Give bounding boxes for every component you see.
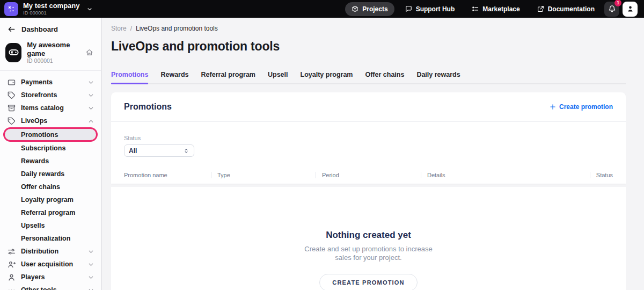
table-column-header: Status	[590, 172, 613, 178]
sliders-icon	[8, 248, 16, 256]
tab-label: Loyalty program	[301, 71, 353, 78]
tab-promotions[interactable]: Promotions	[111, 71, 148, 83]
topbar-nav-documentation[interactable]: Documentation	[531, 2, 601, 16]
sidebar-item-label: LiveOps	[21, 117, 47, 125]
status-filter-select[interactable]: All	[124, 144, 194, 157]
table-column-header: Type	[211, 172, 316, 178]
chevron-down-icon	[87, 261, 94, 268]
tab-rewards[interactable]: Rewards	[160, 71, 188, 83]
company-name: My test company	[23, 2, 79, 10]
user-plus-icon	[8, 260, 16, 269]
chevron-up-icon	[87, 118, 94, 125]
sidebar-item-rewards[interactable]: Rewards	[0, 155, 101, 168]
chevron-down-icon	[87, 287, 94, 290]
back-to-dashboard[interactable]: Dashboard	[0, 23, 101, 36]
xsolla-logo-icon	[7, 5, 16, 13]
sidebar-item-liveops[interactable]: LiveOps	[0, 114, 101, 127]
company-logo[interactable]	[4, 2, 18, 16]
person-icon	[626, 5, 634, 13]
arrow-left-icon	[8, 25, 16, 33]
filter-block: Status All	[111, 122, 626, 157]
sidebar-item-label: Players	[21, 273, 45, 281]
account-button[interactable]	[623, 2, 638, 17]
sidebar-item-user-acquisition[interactable]: User acquisition	[0, 258, 101, 271]
table-column-header: Details	[421, 172, 590, 178]
sidebar-item-storefronts[interactable]: Storefronts	[0, 89, 101, 102]
notification-badge: 1	[614, 0, 621, 6]
breadcrumb-separator: /	[130, 25, 132, 32]
tab-daily-rewards[interactable]: Daily rewards	[416, 71, 460, 83]
sidebar-item-personalization[interactable]: Personalization	[0, 232, 101, 245]
sidebar-item-payments[interactable]: Payments	[0, 76, 101, 89]
company-chevron-down-icon[interactable]	[86, 6, 93, 12]
table-column-header: Promotion name	[124, 172, 211, 178]
table-header-row: Promotion nameTypePeriodDetailsStatus	[124, 172, 613, 184]
promotions-card: Promotions Create promotion Status All P…	[111, 92, 626, 184]
sidebar-item-upsells[interactable]: Upsells	[0, 219, 101, 232]
project-switcher[interactable]: My awesome game ID 000001	[0, 36, 101, 69]
create-promotion-link[interactable]: Create promotion	[550, 103, 613, 111]
topbar-nav-label: Support Hub	[416, 5, 455, 13]
sidebar-item-label: Payments	[21, 78, 53, 86]
sidebar-item-daily-rewards[interactable]: Daily rewards	[0, 168, 101, 180]
notifications-button[interactable]: 1	[604, 2, 619, 17]
sidebar-item-label: Rewards	[21, 157, 49, 165]
select-stepper-icon	[183, 148, 189, 154]
sidebar-item-label: Items catalog	[21, 104, 64, 112]
chevron-down-icon	[87, 274, 94, 281]
plus-icon	[550, 104, 556, 110]
sidebar-item-other-tools[interactable]: Other tools	[0, 284, 101, 290]
sidebar-item-label: Promotions	[21, 131, 58, 139]
topbar-nav-marketplace[interactable]: Marketplace	[465, 2, 526, 16]
sidebar-item-offer-chains[interactable]: Offer chains	[0, 180, 101, 193]
page-title: LiveOps and promotion tools	[111, 39, 626, 54]
tab-bar: Promotions Rewards Referral program Upse…	[111, 71, 626, 84]
topbar-nav-label: Marketplace	[482, 5, 519, 13]
tab-loyalty-program[interactable]: Loyalty program	[301, 71, 353, 83]
topbar-nav-support-hub[interactable]: Support Hub	[399, 2, 462, 16]
breadcrumb-current: LiveOps and promotion tools	[136, 25, 218, 32]
project-id: ID 000001	[27, 57, 80, 64]
sidebar-item-items-catalog[interactable]: Items catalog	[0, 102, 101, 114]
sidebar-item-label: Distribution	[21, 248, 58, 255]
sidebar-item-referral-program[interactable]: Referral program	[0, 206, 101, 219]
topbar-nav-label: Projects	[362, 5, 387, 13]
chevron-down-icon	[87, 79, 94, 86]
chevron-down-icon	[87, 92, 94, 99]
table-body-empty-state: Nothing created yet Create and set up pr…	[111, 187, 626, 290]
main-content: Store / LiveOps and promotion tools Live…	[102, 18, 644, 290]
tab-label: Referral program	[201, 71, 255, 78]
sidebar-item-label: Other tools	[21, 286, 57, 290]
tab-referral-program[interactable]: Referral program	[201, 71, 255, 83]
status-filter-value: All	[129, 147, 137, 155]
tab-label: Upsell	[268, 71, 288, 78]
card-icon	[8, 78, 16, 86]
tab-label: Rewards	[160, 71, 188, 78]
sidebar-item-label: Daily rewards	[21, 170, 64, 178]
sidebar-item-distribution[interactable]: Distribution	[0, 245, 101, 258]
sidebar-item-label: User acquisition	[21, 260, 73, 268]
create-promotion-button[interactable]: CREATE PROMOTION	[319, 274, 418, 290]
company-switcher[interactable]: My test company ID 000001	[23, 2, 79, 16]
sidebar-item-players[interactable]: Players	[0, 271, 101, 284]
sidebar-item-label: Personalization	[21, 235, 70, 242]
tab-upsell[interactable]: Upsell	[268, 71, 288, 83]
sidebar-item-label: Storefronts	[21, 91, 57, 99]
chat-icon	[405, 5, 412, 12]
sidebar-item-subscriptions[interactable]: Subscriptions	[0, 142, 101, 155]
status-filter-label: Status	[124, 135, 613, 141]
app-window: My test company ID 000001 Projects Suppo…	[0, 0, 644, 290]
dashboard-label: Dashboard	[21, 25, 58, 33]
sidebar-menu: Payments Storefronts Items catalog LiveO…	[0, 76, 101, 290]
topbar-nav: Projects Support Hub Marketplace Documen…	[345, 2, 601, 16]
breadcrumb-store-link[interactable]: Store	[111, 25, 127, 32]
sidebar-item-label: Referral program	[21, 209, 75, 216]
chevron-down-icon	[87, 248, 94, 255]
tab-offer-chains[interactable]: Offer chains	[365, 71, 404, 83]
home-icon[interactable]	[85, 48, 93, 56]
topbar-nav-projects[interactable]: Projects	[345, 2, 394, 16]
gamepad-icon	[8, 47, 19, 58]
sidebar-item-promotions[interactable]: Promotions	[3, 127, 98, 142]
sidebar-item-loyalty-program[interactable]: Loyalty program	[0, 193, 101, 206]
sidebar: Dashboard My awesome game ID 000001 Paym…	[0, 18, 102, 290]
